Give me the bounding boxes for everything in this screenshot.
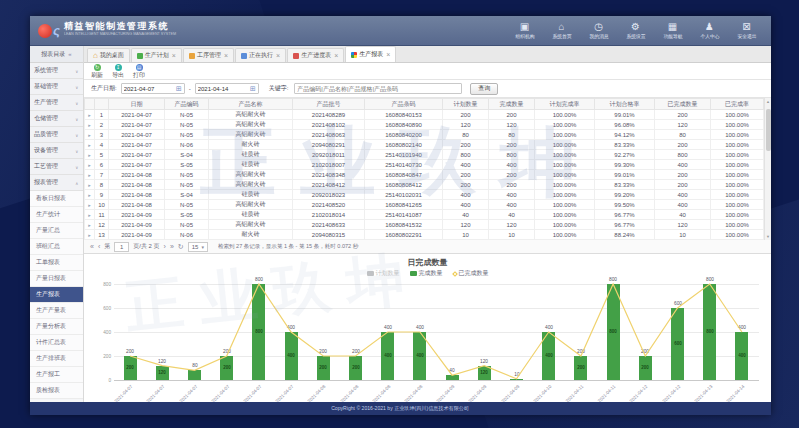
- sidebar-item-生产排班表[interactable]: 生产排班表: [30, 351, 83, 367]
- header-action-安全退出[interactable]: ⊠安全退出: [730, 21, 763, 39]
- sidebar-item-产量分析表[interactable]: 产量分析表: [30, 319, 83, 335]
- header-action-组织机构[interactable]: ▣组织机构: [508, 21, 541, 39]
- table-row[interactable]: ▸102021-04-08N-05高铝耐火砖202140852016080841…: [85, 200, 764, 210]
- sidebar-group-设备管理[interactable]: 设备管理∨: [30, 143, 83, 159]
- date-from-input[interactable]: [124, 86, 174, 92]
- 导出-button[interactable]: ↧导出: [112, 64, 124, 78]
- tab-正在执行[interactable]: 正在执行×: [235, 48, 286, 62]
- scroll-down-arrow[interactable]: ▼: [765, 234, 771, 239]
- table-cell: 400: [655, 200, 711, 210]
- legend-item-计划数量[interactable]: 计划数量: [367, 269, 400, 278]
- legend-item-完成数量[interactable]: 完成数量: [410, 269, 443, 278]
- tab-close-icon[interactable]: ×: [224, 52, 228, 59]
- tab-close-icon[interactable]: ×: [386, 51, 390, 58]
- header-action-个人中心[interactable]: ♟个人中心: [693, 21, 726, 39]
- row-expand-cell[interactable]: ▸: [85, 230, 95, 240]
- calendar-icon[interactable]: ⊞: [176, 85, 182, 93]
- sidebar-item-质检报表[interactable]: 质检报表: [30, 383, 83, 399]
- keyword-input[interactable]: [297, 86, 459, 92]
- row-expand-cell[interactable]: ▸: [85, 110, 95, 120]
- table-row[interactable]: ▸32021-04-07N-05高铝耐火砖2021408063160808402…: [85, 130, 764, 140]
- table-cell: 2021408520: [293, 200, 365, 210]
- sidebar-item-生产报表[interactable]: 生产报表: [30, 287, 83, 303]
- sidebar-item-计件汇总表[interactable]: 计件汇总表: [30, 335, 83, 351]
- page-size-select[interactable]: 15 ▾: [188, 242, 208, 252]
- table-row[interactable]: ▸132021-04-09N-06耐火砖20940803151608080229…: [85, 230, 764, 240]
- table-cell: 88.24%: [595, 230, 655, 240]
- row-expand-cell[interactable]: ▸: [85, 200, 95, 210]
- table-row[interactable]: ▸112021-04-09S-05硅质砖21020180142514014108…: [85, 210, 764, 220]
- row-expand-cell[interactable]: ▸: [85, 160, 95, 170]
- sidebar-group-报表管理[interactable]: 报表管理∧: [30, 175, 83, 191]
- refresh-page-button[interactable]: ↻: [178, 243, 184, 251]
- row-expand-cell[interactable]: ▸: [85, 170, 95, 180]
- sidebar-item-产量汇总[interactable]: 产量汇总: [30, 223, 83, 239]
- table-row[interactable]: ▸62021-04-07S-05硅质砖210201800725140140730…: [85, 160, 764, 170]
- row-expand-cell[interactable]: ▸: [85, 150, 95, 160]
- sidebar-group-生产管理[interactable]: 生产管理∨: [30, 95, 83, 111]
- row-expand-cell[interactable]: ▸: [85, 210, 95, 220]
- tab-close-icon[interactable]: ×: [172, 52, 176, 59]
- table-row[interactable]: ▸42021-04-07N-06耐火砖209408029116080802140…: [85, 140, 764, 150]
- last-page-button[interactable]: »: [170, 243, 174, 250]
- header-actions: ▣组织机构⌂系统首页◷我的消息⚙系统设置▦功能导航♟个人中心⊠安全退出: [508, 21, 763, 39]
- tab-close-icon[interactable]: ×: [276, 52, 280, 59]
- header-action-系统设置[interactable]: ⚙系统设置: [619, 21, 652, 39]
- next-page-button[interactable]: ›: [164, 243, 166, 250]
- row-expand-cell[interactable]: ▸: [85, 140, 95, 150]
- header-action-功能导航[interactable]: ▦功能导航: [656, 21, 689, 39]
- calendar-icon[interactable]: ⊞: [250, 85, 256, 93]
- table-row[interactable]: ▸122021-04-09N-05高铝耐火砖202140863316080841…: [85, 220, 764, 230]
- first-page-button[interactable]: «: [90, 243, 94, 250]
- tab-我的桌面[interactable]: ⌂我的桌面: [87, 48, 130, 62]
- sidebar-item-生产统计[interactable]: 生产统计: [30, 207, 83, 223]
- 刷新-button[interactable]: ↻刷新: [91, 64, 103, 78]
- prev-page-button[interactable]: ‹: [98, 243, 100, 250]
- sidebar-group-系统管理[interactable]: 系统管理∨: [30, 63, 83, 79]
- tab-工序管理[interactable]: 工序管理×: [183, 48, 234, 62]
- date-from-field[interactable]: ⊞: [121, 83, 185, 94]
- sidebar-item-班组汇总[interactable]: 班组汇总: [30, 239, 83, 255]
- sidebar-group-品质管理[interactable]: 品质管理∨: [30, 127, 83, 143]
- sidebar-item-生产报工[interactable]: 生产报工: [30, 367, 83, 383]
- sidebar-item-看板日报表[interactable]: 看板日报表: [30, 191, 83, 207]
- search-button[interactable]: 查询: [470, 83, 498, 95]
- chevron-down-icon: ∨: [76, 68, 79, 73]
- table-row[interactable]: ▸12021-04-07N-05高铝耐火砖2021408289160808401…: [85, 110, 764, 120]
- x-axis-label: 2021-04-08: [304, 384, 326, 402]
- scrollbar-thumb[interactable]: [766, 109, 771, 151]
- table-header-row: 日期产品编码产品名称产品批号产品条码计划数量完成数量计划完成率计划合格率已完成数…: [85, 99, 764, 110]
- date-to-input[interactable]: [198, 86, 248, 92]
- tab-close-icon[interactable]: ×: [334, 52, 338, 59]
- row-expand-cell[interactable]: ▸: [85, 120, 95, 130]
- sidebar-item-产量日报表[interactable]: 产量日报表: [30, 271, 83, 287]
- sidebar-collapse-icon[interactable]: «: [68, 51, 71, 57]
- 打印-button[interactable]: ▤打印: [133, 64, 145, 78]
- tab-生产进度表[interactable]: 生产进度表×: [287, 48, 344, 62]
- table-row[interactable]: ▸92021-04-08S-04硅质砖209201802325140102031…: [85, 190, 764, 200]
- legend-item-已完成数量[interactable]: 已完成数量: [453, 269, 489, 278]
- sidebar-group-仓储管理[interactable]: 仓储管理∨: [30, 111, 83, 127]
- scroll-up-arrow[interactable]: ▲: [765, 99, 771, 104]
- keyword-field[interactable]: [294, 83, 462, 94]
- header-action-我的消息[interactable]: ◷我的消息: [582, 21, 615, 39]
- row-expand-cell[interactable]: ▸: [85, 220, 95, 230]
- sidebar-item-工单报表[interactable]: 工单报表: [30, 255, 83, 271]
- table-row[interactable]: ▸82021-04-08N-05高铝耐火砖2021408412160808084…: [85, 180, 764, 190]
- table-row[interactable]: ▸52021-04-07S-04硅质砖209201801125140101940…: [85, 150, 764, 160]
- date-to-field[interactable]: ⊞: [195, 83, 259, 94]
- row-expand-cell[interactable]: ▸: [85, 190, 95, 200]
- table-row[interactable]: ▸22021-04-07N-05高铝耐火砖2021408102160808408…: [85, 120, 764, 130]
- vertical-scrollbar[interactable]: ▲ ▼: [764, 98, 771, 240]
- tab-生产计划[interactable]: 生产计划×: [131, 48, 182, 62]
- chart-plot-area: 02004006008002002002021-04-071201202021-…: [114, 284, 759, 380]
- table-row[interactable]: ▸72021-04-08N-05高铝耐火砖2021408348160808408…: [85, 170, 764, 180]
- tab-生产报表[interactable]: 生产报表×: [345, 46, 396, 62]
- sidebar-item-生产产量表[interactable]: 生产产量表: [30, 303, 83, 319]
- row-expand-cell[interactable]: ▸: [85, 130, 95, 140]
- header-action-系统首页[interactable]: ⌂系统首页: [545, 21, 578, 39]
- row-expand-cell[interactable]: ▸: [85, 180, 95, 190]
- page-number-input[interactable]: 1: [114, 242, 129, 252]
- sidebar-group-基础管理[interactable]: 基础管理∨: [30, 79, 83, 95]
- sidebar-group-工艺管理[interactable]: 工艺管理∨: [30, 159, 83, 175]
